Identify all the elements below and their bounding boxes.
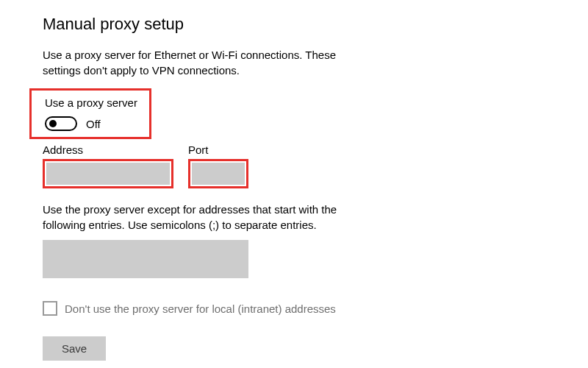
address-input[interactable] xyxy=(46,163,170,185)
exceptions-input[interactable] xyxy=(43,240,248,278)
page-title: Manual proxy setup xyxy=(43,15,588,34)
bypass-local-label: Don't use the proxy server for local (in… xyxy=(65,302,336,315)
proxy-toggle[interactable] xyxy=(45,116,77,131)
port-label: Port xyxy=(188,144,248,156)
toggle-knob-icon xyxy=(49,120,57,127)
address-highlight xyxy=(43,159,173,188)
bypass-local-checkbox[interactable] xyxy=(43,301,57,316)
toggle-highlight: Use a proxy server Off xyxy=(29,88,151,139)
proxy-toggle-label: Use a proxy server xyxy=(45,96,142,109)
port-highlight xyxy=(188,159,248,188)
port-input[interactable] xyxy=(192,163,245,185)
proxy-description: Use a proxy server for Ethernet or Wi-Fi… xyxy=(43,47,359,78)
save-button[interactable]: Save xyxy=(43,336,106,361)
address-label: Address xyxy=(43,144,173,156)
proxy-toggle-state: Off xyxy=(86,118,101,130)
exceptions-description: Use the proxy server except for addresse… xyxy=(43,202,359,233)
